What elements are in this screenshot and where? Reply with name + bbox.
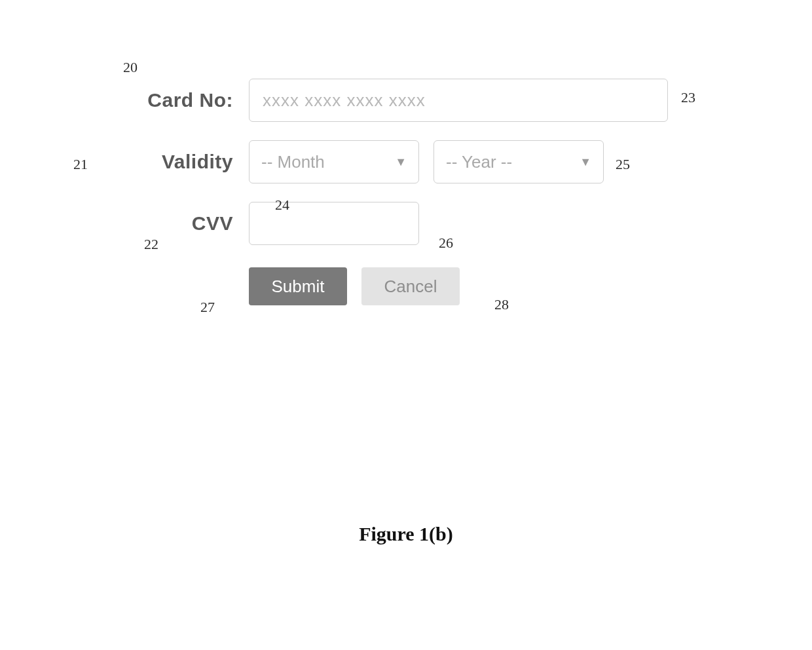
label-cardno: Card No: [147, 89, 233, 111]
validity-year-select[interactable]: -- Year -- ▼ [434, 140, 604, 183]
callout-22: 22 [144, 236, 158, 253]
callout-21: 21 [73, 156, 88, 173]
label-validity: Validity [162, 151, 233, 172]
callout-25: 25 [616, 156, 630, 173]
month-placeholder: -- Month [261, 152, 325, 172]
chevron-down-icon: ▼ [395, 155, 407, 169]
submit-button[interactable]: Submit [249, 267, 347, 305]
label-col: Validity [98, 151, 249, 173]
card-number-input[interactable] [249, 79, 668, 122]
row-cardno: Card No: [98, 79, 701, 122]
row-cvv: CVV [98, 202, 701, 245]
cvv-input[interactable] [249, 202, 419, 245]
callout-27: 27 [200, 299, 215, 316]
label-col: Card No: [98, 89, 249, 111]
callout-26: 26 [439, 235, 453, 252]
callout-28: 28 [494, 296, 509, 313]
row-validity: Validity -- Month ▼ -- Year -- ▼ [98, 140, 701, 183]
payment-form: Card No: Validity -- Month ▼ -- Year -- … [98, 79, 701, 305]
callout-23: 23 [681, 89, 695, 106]
chevron-down-icon: ▼ [580, 155, 591, 169]
page: Card No: Validity -- Month ▼ -- Year -- … [0, 0, 812, 650]
cancel-button[interactable]: Cancel [361, 267, 460, 305]
label-col: CVV [98, 212, 249, 235]
year-placeholder: -- Year -- [446, 152, 512, 172]
button-row: Submit Cancel [249, 267, 460, 305]
label-cvv: CVV [192, 212, 233, 234]
callout-24: 24 [275, 197, 289, 214]
input-col: -- Month ▼ -- Year -- ▼ [249, 140, 604, 183]
input-col [249, 202, 419, 245]
callout-20: 20 [123, 59, 138, 76]
validity-month-select[interactable]: -- Month ▼ [249, 140, 419, 183]
row-buttons: Submit Cancel [98, 263, 701, 305]
input-col [249, 79, 668, 122]
figure-caption: Figure 1(b) [0, 523, 812, 545]
